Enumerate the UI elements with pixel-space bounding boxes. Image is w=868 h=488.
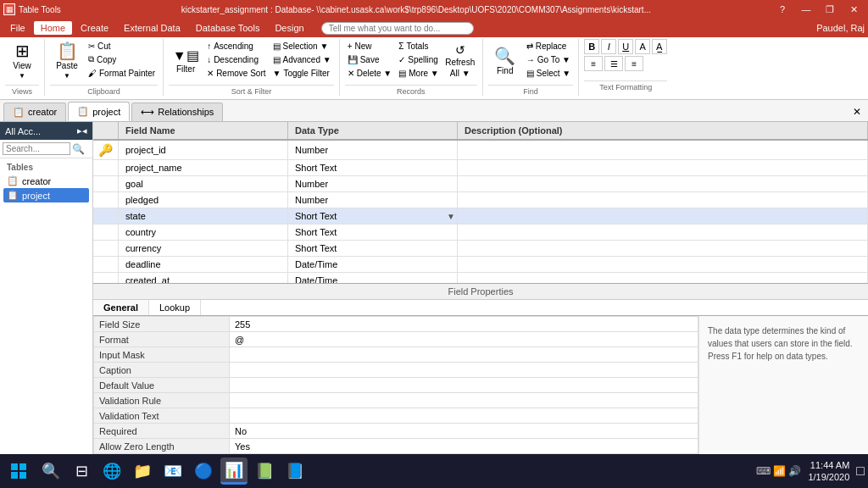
- td-data-type[interactable]: Short Text▼: [288, 208, 458, 224]
- search-taskbar-icon[interactable]: 🔍: [37, 458, 64, 485]
- table-scroll[interactable]: 🔑project_idNumberproject_nameShort Textg…: [93, 141, 868, 283]
- replace-button[interactable]: ⇄ Replace: [524, 39, 573, 53]
- tab-relationships[interactable]: ⟷ Relationships: [131, 103, 223, 121]
- chrome-icon[interactable]: 🔵: [190, 458, 217, 485]
- fp-tab-general[interactable]: General: [93, 300, 149, 315]
- align-left-button[interactable]: ≡: [584, 56, 603, 71]
- paste-button[interactable]: 📋 Paste ▼: [50, 39, 84, 83]
- spelling-button[interactable]: ✓ Spelling: [396, 53, 441, 66]
- table-row[interactable]: project_nameShort Text: [93, 160, 868, 176]
- fp-value[interactable]: No: [230, 424, 698, 439]
- outlook-icon[interactable]: 📧: [159, 458, 186, 485]
- tab-creator[interactable]: 📋 creator: [3, 103, 66, 121]
- highlight-button[interactable]: A̲: [652, 39, 667, 54]
- goto-button[interactable]: → Go To ▼: [524, 53, 573, 66]
- td-data-type[interactable]: Number: [288, 176, 458, 191]
- find-button[interactable]: 🔍 Find: [488, 39, 522, 83]
- menu-external-data[interactable]: External Data: [117, 21, 187, 35]
- select-button[interactable]: ▤ Select ▼: [524, 66, 573, 80]
- td-data-type[interactable]: Short Text: [288, 160, 458, 175]
- td-data-type[interactable]: Date/Time: [288, 257, 458, 272]
- fp-value[interactable]: [230, 347, 698, 363]
- descending-button[interactable]: ↓ Descending: [204, 53, 268, 66]
- ribbon-search-input[interactable]: [321, 22, 474, 35]
- menu-design[interactable]: Design: [268, 21, 310, 35]
- access-icon[interactable]: 📊: [220, 458, 248, 485]
- td-description[interactable]: [458, 192, 868, 208]
- td-description[interactable]: [458, 160, 868, 175]
- sidebar-item-project[interactable]: 📋 project: [3, 188, 89, 202]
- td-description[interactable]: [458, 141, 868, 159]
- new-button[interactable]: + New: [345, 39, 395, 53]
- tab-project[interactable]: 📋 project: [68, 102, 130, 121]
- cut-button[interactable]: ✂ Cut: [86, 39, 158, 53]
- sidebar-search-icon[interactable]: 🔍: [70, 143, 85, 155]
- td-description[interactable]: [458, 273, 868, 283]
- minimize-button[interactable]: —: [795, 2, 817, 17]
- notification-icon[interactable]: □: [856, 463, 865, 479]
- table-row[interactable]: deadlineDate/Time: [93, 257, 868, 273]
- td-data-type[interactable]: Date/Time: [288, 273, 458, 283]
- menu-home[interactable]: Home: [34, 21, 72, 35]
- help-button[interactable]: ?: [771, 2, 793, 17]
- italic-button[interactable]: I: [601, 39, 616, 54]
- table-row[interactable]: stateShort Text▼: [93, 208, 868, 225]
- nav-tabs-close[interactable]: ✕: [849, 104, 865, 119]
- td-description[interactable]: [458, 241, 868, 256]
- task-view-icon[interactable]: ⊟: [68, 458, 95, 485]
- selection-button[interactable]: ▤ Selection ▼: [270, 39, 334, 53]
- edge-icon[interactable]: 🌐: [98, 458, 125, 485]
- td-data-type[interactable]: Number: [288, 192, 458, 208]
- align-right-button[interactable]: ≡: [625, 56, 643, 71]
- excel-icon[interactable]: 📗: [251, 458, 278, 485]
- bold-button[interactable]: B: [584, 39, 599, 54]
- fp-value[interactable]: [230, 393, 698, 408]
- fp-value[interactable]: [230, 408, 698, 424]
- td-description[interactable]: [458, 176, 868, 191]
- table-row[interactable]: currencyShort Text: [93, 241, 868, 257]
- table-row[interactable]: countryShort Text: [93, 225, 868, 241]
- refresh-all-button[interactable]: ↺ Refresh All ▼: [443, 39, 477, 83]
- fp-tab-lookup[interactable]: Lookup: [149, 300, 201, 315]
- start-button[interactable]: [3, 456, 34, 486]
- fp-value[interactable]: @: [230, 332, 698, 347]
- save-button[interactable]: 💾 Save: [345, 53, 395, 66]
- table-row[interactable]: goalNumber: [93, 176, 868, 192]
- table-row[interactable]: pledgedNumber: [93, 192, 868, 208]
- ascending-button[interactable]: ↑ Ascending: [204, 39, 268, 53]
- td-description[interactable]: [458, 257, 868, 272]
- td-data-type[interactable]: Short Text: [288, 241, 458, 256]
- table-row[interactable]: 🔑project_idNumber: [93, 141, 868, 160]
- font-color-button[interactable]: A: [635, 39, 650, 54]
- table-row[interactable]: created_atDate/Time: [93, 273, 868, 283]
- toggle-filter-button[interactable]: ▼ Toggle Filter: [270, 66, 334, 80]
- totals-button[interactable]: Σ Totals: [396, 39, 441, 53]
- filter-button[interactable]: ▼▤ Filter: [169, 39, 203, 83]
- advanced-button[interactable]: ▤ Advanced ▼: [270, 53, 334, 66]
- menu-create[interactable]: Create: [74, 21, 115, 35]
- underline-button[interactable]: U: [618, 39, 633, 54]
- fp-value[interactable]: [230, 363, 698, 378]
- sidebar-search-input[interactable]: [3, 142, 70, 155]
- sidebar-item-creator[interactable]: 📋 creator: [3, 174, 89, 188]
- data-type-dropdown[interactable]: ▼: [447, 212, 455, 221]
- td-data-type[interactable]: Number: [288, 141, 458, 159]
- copy-button[interactable]: ⧉ Copy: [86, 53, 158, 66]
- file-explorer-icon[interactable]: 📁: [129, 458, 156, 485]
- remove-sort-button[interactable]: ✕ Remove Sort: [204, 66, 268, 80]
- td-description[interactable]: [458, 225, 868, 240]
- fp-value[interactable]: 255: [230, 317, 698, 332]
- close-button[interactable]: ✕: [843, 2, 865, 17]
- td-data-type[interactable]: Short Text: [288, 225, 458, 240]
- menu-database-tools[interactable]: Database Tools: [189, 21, 267, 35]
- format-painter-button[interactable]: 🖌 Format Painter: [86, 66, 158, 80]
- restore-button[interactable]: ❐: [819, 2, 841, 17]
- fp-value[interactable]: Yes: [230, 439, 698, 454]
- more-button[interactable]: ▤ More ▼: [396, 66, 441, 80]
- fp-value[interactable]: [230, 378, 698, 393]
- align-center-button[interactable]: ☰: [604, 56, 623, 71]
- menu-file[interactable]: File: [3, 21, 32, 35]
- td-description[interactable]: [458, 208, 868, 224]
- word-icon[interactable]: 📘: [281, 458, 309, 485]
- delete-button[interactable]: ✕ Delete ▼: [345, 66, 395, 80]
